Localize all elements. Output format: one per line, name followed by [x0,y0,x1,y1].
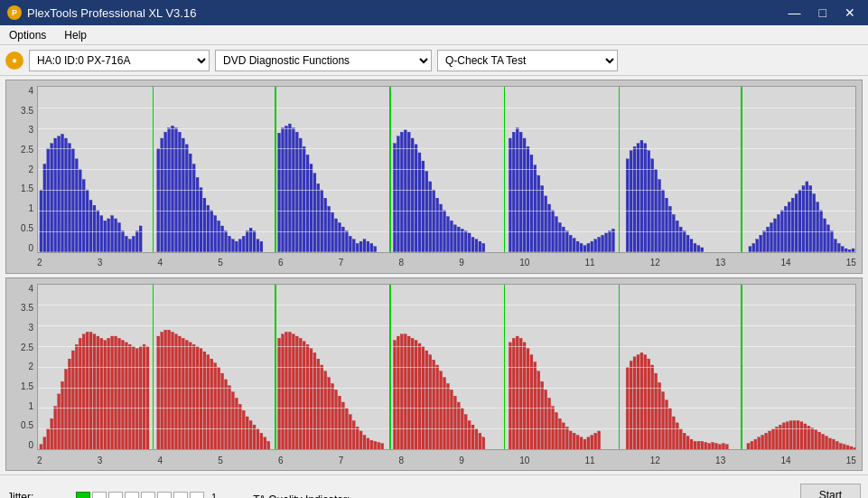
svg-rect-313 [482,437,485,449]
svg-rect-250 [242,410,245,449]
close-button[interactable]: ✕ [839,6,861,19]
svg-rect-339 [598,430,601,449]
svg-rect-207 [82,334,85,449]
svg-rect-200 [58,393,61,449]
svg-rect-206 [79,338,81,449]
svg-rect-214 [107,338,110,449]
svg-rect-6 [61,134,64,251]
menu-help[interactable]: Help [59,28,92,42]
svg-rect-83 [363,240,366,252]
maximize-button[interactable]: □ [814,6,832,19]
svg-rect-52 [238,240,241,252]
svg-rect-165 [749,247,751,252]
indicators-section: Jitter: 1 Peak Shift: [7,491,217,499]
svg-rect-323 [541,381,544,449]
svg-rect-104 [453,225,456,252]
svg-rect-370 [751,441,753,449]
svg-rect-301 [440,371,443,449]
svg-rect-324 [545,390,547,449]
svg-rect-58 [260,241,263,251]
svg-rect-244 [221,373,224,449]
svg-rect-92 [411,138,414,251]
svg-rect-203 [68,359,70,449]
svg-rect-261 [288,332,291,449]
test-select[interactable]: Q-Check TA Test [437,50,618,71]
svg-rect-85 [370,243,373,251]
svg-rect-300 [436,364,439,449]
svg-rect-204 [71,351,74,450]
start-button[interactable]: Start [800,484,861,499]
svg-rect-129 [565,231,568,252]
svg-rect-231 [174,334,177,449]
svg-rect-30 [161,138,163,251]
svg-rect-17 [100,216,103,252]
svg-rect-167 [756,240,759,252]
svg-rect-208 [86,332,89,449]
menu-options[interactable]: Options [4,28,51,42]
svg-rect-4 [54,138,57,251]
svg-rect-181 [806,182,808,252]
svg-rect-392 [828,437,831,449]
jitter-bar [76,492,204,499]
svg-rect-191 [841,247,844,252]
menu-bar: Options Help [0,25,868,45]
svg-rect-355 [679,428,682,449]
svg-rect-144 [630,151,632,252]
svg-rect-388 [815,429,817,449]
svg-rect-149 [648,151,650,252]
svg-rect-47 [221,226,224,252]
svg-rect-222 [135,348,138,449]
svg-rect-86 [374,247,377,252]
svg-rect-285 [374,441,377,449]
svg-rect-270 [321,364,323,449]
svg-rect-154 [665,198,667,251]
minimize-button[interactable]: — [783,6,807,19]
svg-rect-271 [324,371,327,449]
svg-rect-290 [400,334,403,449]
svg-rect-37 [185,145,188,252]
svg-rect-43 [207,205,210,251]
svg-rect-61 [285,126,287,251]
svg-rect-350 [662,391,665,449]
bottom-chart-x-labels: 2 3 4 5 6 7 8 9 10 11 12 13 14 15 [37,450,856,470]
svg-rect-198 [51,418,53,449]
svg-rect-94 [418,153,421,252]
svg-rect-5 [58,136,61,252]
function-select[interactable]: DVD Diagnostic Functions [215,50,432,71]
svg-rect-317 [519,338,522,449]
svg-rect-289 [397,336,399,449]
svg-rect-218 [121,340,124,449]
svg-rect-120 [534,165,537,252]
svg-rect-188 [830,231,833,252]
svg-rect-331 [569,430,572,449]
svg-rect-367 [722,443,724,449]
svg-rect-82 [359,241,362,251]
svg-rect-299 [433,360,435,449]
svg-rect-133 [580,243,583,251]
svg-rect-397 [846,445,849,449]
svg-rect-81 [356,243,359,251]
svg-rect-372 [758,437,761,449]
jitter-seg-3 [108,492,123,499]
svg-rect-36 [182,138,184,251]
svg-rect-26 [132,236,135,251]
svg-rect-217 [118,338,121,449]
svg-rect-23 [121,231,124,252]
svg-rect-399 [854,447,855,449]
svg-rect-320 [530,354,533,449]
svg-rect-398 [850,446,853,449]
device-select[interactable]: HA:0 ID:0 PX-716A [29,50,210,71]
svg-rect-328 [558,418,561,449]
svg-rect-137 [594,240,597,252]
svg-rect-175 [784,206,787,251]
svg-rect-190 [837,243,840,251]
jitter-value: 1 [211,492,217,499]
svg-rect-382 [793,420,796,449]
bottom-chart: 4 3.5 3 2.5 2 1.5 1 0.5 0 [5,277,863,472]
svg-rect-143 [626,159,629,252]
app-title: PlexTools Professional XL V3.16 [27,6,196,20]
svg-rect-183 [813,194,816,252]
svg-rect-42 [203,198,206,251]
svg-rect-116 [519,132,522,251]
svg-rect-228 [164,330,167,449]
